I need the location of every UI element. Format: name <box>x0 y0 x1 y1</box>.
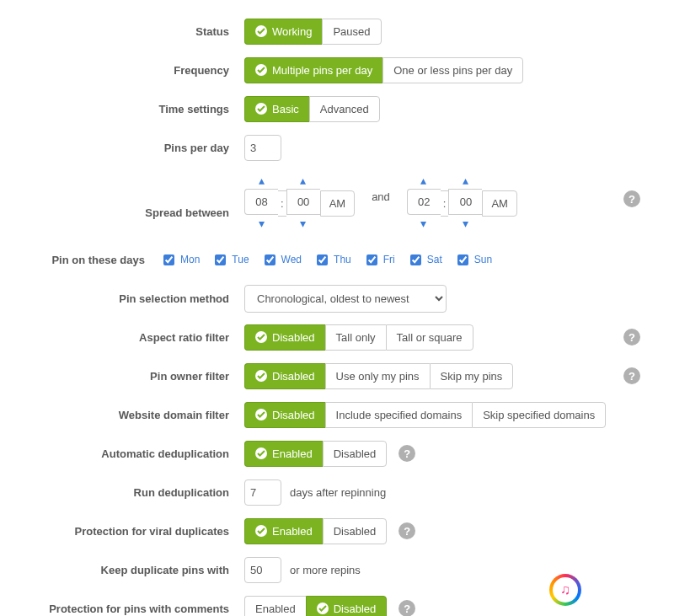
status-paused-button[interactable]: Paused <box>322 19 381 45</box>
frequency-multiple-button[interactable]: Multiple pins per day <box>244 57 382 83</box>
chevron-up-icon[interactable]: ▴ <box>259 172 265 189</box>
aspect-tall-square-button[interactable]: Tall or square <box>386 324 473 351</box>
frequency-single-button[interactable]: One or less pins per day <box>382 57 523 83</box>
day-wed-checkbox[interactable] <box>265 254 275 265</box>
check-icon <box>255 447 267 459</box>
domain-disabled-button[interactable]: Disabled <box>244 402 325 428</box>
pins-per-day-label: Pins per day <box>25 142 244 154</box>
frequency-label: Frequency <box>25 64 244 77</box>
frequency-multiple-label: Multiple pins per day <box>272 64 372 77</box>
help-icon[interactable]: ? <box>623 190 640 207</box>
days-checkboxes: Mon Tue Wed Thu Fri Sat Sun <box>160 252 649 268</box>
spread-from-time: ▴ ▾ : ▴ ▾ AM <box>244 172 355 235</box>
comments-disabled-button[interactable]: Disabled <box>306 596 388 617</box>
time-settings-label: Time settings <box>25 103 244 115</box>
domain-skip-button[interactable]: Skip specified domains <box>472 402 606 428</box>
owner-disabled-button[interactable]: Disabled <box>244 363 325 389</box>
day-sat[interactable]: Sat <box>407 252 442 268</box>
check-icon <box>255 64 267 76</box>
spread-to-hour-input[interactable] <box>407 189 441 215</box>
day-thu-checkbox[interactable] <box>317 254 328 265</box>
chevron-down-icon[interactable]: ▾ <box>300 215 306 232</box>
music-icon: ♫ <box>549 574 581 606</box>
viral-disabled-button[interactable]: Disabled <box>323 518 388 544</box>
viral-label: Protection for viral duplicates <box>25 525 244 538</box>
day-wed[interactable]: Wed <box>261 252 302 268</box>
aspect-disabled-button[interactable]: Disabled <box>244 324 325 351</box>
day-fri-checkbox[interactable] <box>366 254 377 265</box>
time-basic-button[interactable]: Basic <box>244 96 309 122</box>
spread-from-hour-input[interactable] <box>244 189 278 215</box>
keep-dup-suffix: or more repins <box>290 564 361 576</box>
check-icon <box>317 603 329 614</box>
selection-method-select[interactable]: Chronological, oldest to newest <box>244 285 447 313</box>
chevron-down-icon[interactable]: ▾ <box>259 215 265 232</box>
day-sun[interactable]: Sun <box>454 252 492 268</box>
owner-mine-button[interactable]: Use only my pins <box>325 363 430 389</box>
check-icon <box>255 409 267 420</box>
day-sun-checkbox[interactable] <box>457 254 468 265</box>
spread-to-min-input[interactable] <box>448 189 482 215</box>
help-icon[interactable]: ? <box>623 367 640 384</box>
run-dedup-input[interactable] <box>244 479 281 506</box>
help-icon[interactable]: ? <box>623 329 640 345</box>
owner-label: Pin owner filter <box>25 370 244 383</box>
status-label: Status <box>25 25 244 38</box>
time-colon: : <box>441 190 449 217</box>
days-label: Pin on these days <box>25 254 160 266</box>
check-icon <box>255 103 267 115</box>
run-dedup-suffix: days after repinning <box>290 486 386 499</box>
spread-and-label: and <box>372 190 390 203</box>
chevron-up-icon[interactable]: ▴ <box>420 172 426 189</box>
day-mon-checkbox[interactable] <box>163 254 174 265</box>
comments-enabled-button[interactable]: Enabled <box>244 596 306 617</box>
selection-method-label: Pin selection method <box>25 292 244 305</box>
chevron-down-icon[interactable]: ▾ <box>420 215 426 232</box>
aspect-tall-button[interactable]: Tall only <box>325 324 386 351</box>
status-toggle: Working Paused <box>244 19 382 45</box>
pins-per-day-input[interactable] <box>244 135 281 161</box>
time-colon: : <box>278 190 286 217</box>
spread-label: Spread between <box>25 206 244 219</box>
spread-to-time: ▴ ▾ : ▴ ▾ AM <box>407 172 517 235</box>
check-icon <box>255 25 267 37</box>
chevron-up-icon[interactable]: ▴ <box>300 172 306 189</box>
status-working-label: Working <box>272 25 312 38</box>
time-advanced-button[interactable]: Advanced <box>309 96 380 122</box>
dedup-disabled-button[interactable]: Disabled <box>323 441 388 467</box>
day-thu[interactable]: Thu <box>313 252 351 268</box>
check-icon <box>255 525 267 537</box>
check-icon <box>255 370 267 382</box>
spread-from-ampm[interactable]: AM <box>320 190 356 217</box>
day-mon[interactable]: Mon <box>160 252 200 268</box>
status-working-button[interactable]: Working <box>244 19 322 45</box>
keep-dup-label: Keep duplicate pins with <box>25 564 244 576</box>
domain-label: Website domain filter <box>25 409 244 421</box>
check-icon <box>255 331 267 343</box>
owner-skip-button[interactable]: Skip my pins <box>430 363 514 389</box>
day-tue-checkbox[interactable] <box>215 254 226 265</box>
time-basic-label: Basic <box>272 103 299 115</box>
aspect-label: Aspect ratio filter <box>25 331 244 344</box>
day-tue[interactable]: Tue <box>211 252 249 268</box>
chevron-down-icon[interactable]: ▾ <box>463 215 468 232</box>
comments-label: Protection for pins with comments <box>25 603 244 615</box>
dedup-label: Automatic deduplication <box>25 447 244 460</box>
domain-include-button[interactable]: Include specified domains <box>325 402 473 428</box>
spread-to-ampm[interactable]: AM <box>482 190 517 217</box>
help-icon[interactable]: ? <box>399 445 415 462</box>
day-fri[interactable]: Fri <box>363 252 395 268</box>
day-sat-checkbox[interactable] <box>410 254 421 265</box>
spread-from-min-input[interactable] <box>286 189 320 215</box>
run-dedup-label: Run deduplication <box>25 486 244 499</box>
help-icon[interactable]: ? <box>399 600 415 616</box>
dedup-enabled-button[interactable]: Enabled <box>244 441 323 467</box>
viral-enabled-button[interactable]: Enabled <box>244 518 323 544</box>
chevron-up-icon[interactable]: ▴ <box>463 172 468 189</box>
help-icon[interactable]: ? <box>399 522 415 539</box>
keep-dup-input[interactable] <box>244 557 281 583</box>
